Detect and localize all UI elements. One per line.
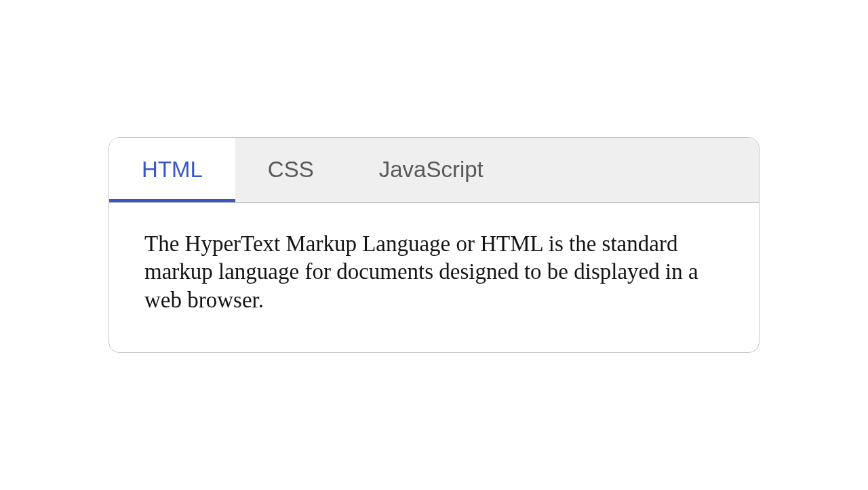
tab-list: HTML CSS JavaScript	[109, 138, 759, 203]
tab-css[interactable]: CSS	[235, 138, 347, 202]
tab-panel-html: The HyperText Markup Language or HTML is…	[109, 203, 759, 352]
tab-html[interactable]: HTML	[109, 138, 235, 202]
tab-javascript[interactable]: JavaScript	[347, 138, 516, 202]
tab-container: HTML CSS JavaScript The HyperText Markup…	[108, 137, 760, 353]
tab-panel-text: The HyperText Markup Language or HTML is…	[144, 230, 726, 314]
